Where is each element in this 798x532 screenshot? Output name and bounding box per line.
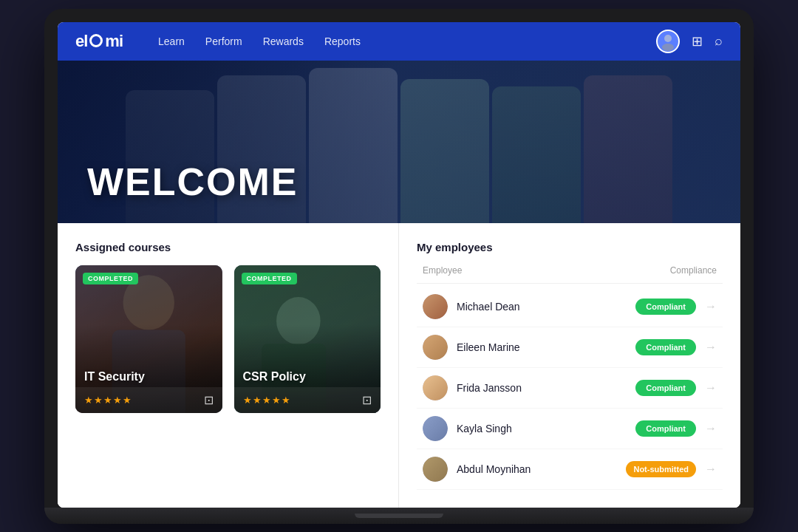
laptop-notch — [355, 514, 443, 518]
nav-right: ⊞ ⌕ — [656, 30, 723, 53]
my-employees-panel: My employees Employee Compliance Michael… — [399, 223, 740, 508]
laptop-frame: elmi Learn Perform Rewards Reports ⊞ ⌕ — [44, 9, 754, 524]
col-compliance: Compliance — [670, 265, 717, 276]
employee-avatar-5 — [423, 457, 448, 482]
compliance-badge-2: Compliant — [635, 339, 696, 355]
course-badge-2: COMPLETED — [242, 273, 297, 284]
employee-name-5: Abdul Moynihan — [457, 463, 617, 475]
arrow-icon-2[interactable]: → — [705, 341, 717, 354]
employee-name-3: Frida Jansson — [457, 382, 627, 394]
svg-point-0 — [664, 35, 672, 42]
assigned-courses-title: Assigned courses — [75, 241, 381, 253]
grid-icon[interactable]: ⊞ — [692, 33, 703, 50]
hero-text: WELCOME — [87, 163, 299, 201]
svg-point-1 — [662, 44, 674, 51]
employee-row[interactable]: Abdul Moynihan Not-submitted → — [417, 449, 723, 490]
employee-row[interactable]: Frida Jansson Compliant → — [417, 368, 723, 409]
course-footer-2: ★★★★★ ⊡ — [234, 387, 381, 413]
screen: elmi Learn Perform Rewards Reports ⊞ ⌕ — [58, 22, 740, 508]
employee-row[interactable]: Eileen Marine Compliant → — [417, 327, 723, 368]
course-card-csr-policy[interactable]: COMPLETED CSR Policy ★★★★★ ⊡ — [234, 265, 381, 413]
employee-name-2: Eileen Marine — [457, 341, 627, 353]
course-stars-1: ★★★★★ — [84, 395, 132, 406]
employees-table: Employee Compliance Michael Dean Complia… — [417, 265, 723, 490]
employee-avatar-4 — [423, 416, 448, 441]
nav-learn[interactable]: Learn — [158, 35, 185, 47]
col-employee: Employee — [423, 265, 462, 276]
employee-avatar-2 — [423, 335, 448, 360]
course-badge-1: COMPLETED — [83, 273, 138, 284]
laptop-base — [44, 508, 754, 524]
compliance-badge-5: Not-submitted — [626, 461, 696, 477]
compliance-area-4: Compliant → — [635, 420, 717, 437]
course-stars-2: ★★★★★ — [243, 395, 291, 406]
my-employees-title: My employees — [417, 241, 723, 253]
courses-grid: COMPLETED IT Security ★★★★★ ⊡ — [75, 265, 381, 413]
hero-banner: WELCOME — [58, 61, 740, 223]
main-content: Assigned courses — [58, 223, 740, 508]
employee-name-1: Michael Dean — [457, 301, 627, 313]
course-launch-icon-1[interactable]: ⊡ — [204, 393, 214, 407]
nav-links: Learn Perform Rewards Reports — [158, 35, 632, 47]
employee-avatar-3 — [423, 375, 448, 400]
compliance-badge-3: Compliant — [635, 380, 696, 396]
compliance-area-1: Compliant → — [635, 299, 717, 315]
arrow-icon-1[interactable]: → — [705, 300, 717, 313]
navbar: elmi Learn Perform Rewards Reports ⊞ ⌕ — [58, 22, 740, 61]
user-avatar[interactable] — [656, 30, 680, 53]
course-card-it-security[interactable]: COMPLETED IT Security ★★★★★ ⊡ — [75, 265, 222, 413]
arrow-icon-3[interactable]: → — [705, 381, 717, 395]
assigned-courses-panel: Assigned courses — [58, 223, 399, 508]
nav-reports[interactable]: Reports — [324, 35, 361, 47]
table-header: Employee Compliance — [417, 265, 723, 284]
nav-rewards[interactable]: Rewards — [263, 35, 304, 47]
compliance-badge-4: Compliant — [635, 420, 696, 437]
employee-row[interactable]: Michael Dean Compliant → — [417, 287, 723, 327]
logo[interactable]: elmi — [75, 32, 123, 51]
arrow-icon-4[interactable]: → — [705, 422, 717, 435]
compliance-area-3: Compliant → — [635, 380, 717, 396]
compliance-area-2: Compliant → — [635, 339, 717, 355]
compliance-area-5: Not-submitted → — [626, 461, 717, 477]
employee-avatar-1 — [423, 294, 448, 319]
course-footer-1: ★★★★★ ⊡ — [75, 387, 222, 413]
course-title-2: CSR Policy — [243, 370, 306, 383]
nav-perform[interactable]: Perform — [205, 35, 242, 47]
employee-row[interactable]: Kayla Singh Compliant → — [417, 409, 723, 449]
search-icon[interactable]: ⌕ — [715, 33, 723, 49]
course-launch-icon-2[interactable]: ⊡ — [362, 393, 372, 407]
employee-name-4: Kayla Singh — [457, 423, 627, 434]
compliance-badge-1: Compliant — [635, 299, 696, 315]
course-title-1: IT Security — [84, 370, 145, 383]
hero-title: WELCOME — [87, 163, 299, 201]
arrow-icon-5[interactable]: → — [705, 463, 717, 476]
